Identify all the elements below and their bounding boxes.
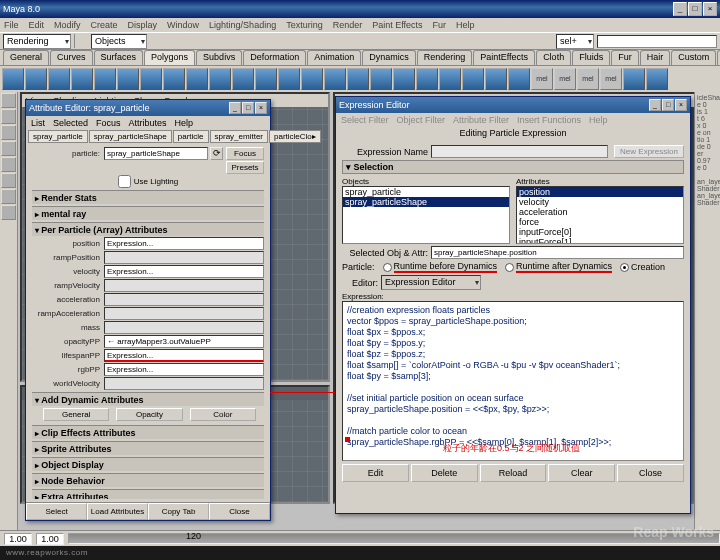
sel-obj-attr-field[interactable]: spray_particleShape.position (431, 246, 684, 259)
runtime-after-radio[interactable]: Runtime after Dynamics (505, 261, 612, 273)
list-item[interactable]: inputForce[0] (517, 227, 683, 237)
attr-row-field[interactable] (104, 251, 264, 264)
menu-item[interactable]: Select Filter (341, 115, 389, 125)
list-item[interactable]: position (517, 187, 683, 197)
shelf-tab[interactable]: Fur (611, 50, 639, 65)
command-input[interactable] (597, 35, 717, 48)
general-button[interactable]: General (43, 408, 109, 421)
menu-item[interactable]: Lighting/Shading (209, 20, 276, 30)
tool-icon[interactable] (1, 173, 16, 188)
menu-item[interactable]: Display (128, 20, 158, 30)
objects-listbox[interactable]: spray_particle spray_particleShape (342, 186, 510, 244)
clear-button[interactable]: Clear (548, 464, 615, 482)
menu-item[interactable]: Object Filter (397, 115, 446, 125)
timeline-slider[interactable]: 120 (68, 533, 720, 544)
shelf-icon[interactable] (347, 68, 369, 90)
close-button[interactable]: Close (617, 464, 684, 482)
shelf-icon[interactable] (462, 68, 484, 90)
shelf-icon[interactable] (370, 68, 392, 90)
attr-row-field[interactable] (104, 377, 264, 390)
select-button[interactable]: Select (26, 503, 87, 520)
shelf-mel-icon[interactable]: mel (600, 68, 622, 90)
menu-item[interactable]: Create (91, 20, 118, 30)
menu-item[interactable]: Render (333, 20, 363, 30)
select-tool-icon[interactable] (1, 93, 16, 108)
copy-tab-button[interactable]: Copy Tab (148, 503, 209, 520)
maximize-icon[interactable]: □ (242, 102, 254, 114)
shelf-icon[interactable] (301, 68, 323, 90)
list-item[interactable]: acceleration (517, 207, 683, 217)
attr-tab[interactable]: particle (173, 130, 209, 143)
menu-item[interactable]: Texturing (286, 20, 323, 30)
section-extra[interactable]: Extra Attributes (32, 489, 264, 499)
close-icon[interactable]: × (675, 99, 687, 111)
shelf-tab[interactable]: Cloth (536, 50, 571, 65)
shelf-tab[interactable]: Rendering (417, 50, 473, 65)
shelf-icon[interactable] (209, 68, 231, 90)
attr-row-field[interactable]: Expression... (104, 237, 264, 250)
rotate-tool-icon[interactable] (1, 141, 16, 156)
shelf-icon[interactable] (255, 68, 277, 90)
lasso-tool-icon[interactable] (1, 109, 16, 124)
maximize-button[interactable]: □ (688, 2, 702, 16)
mode-dropdown[interactable]: Rendering (3, 34, 71, 49)
shelf-icon[interactable] (646, 68, 668, 90)
attr-tab[interactable]: spray_emitter (210, 130, 268, 143)
focus-button[interactable]: Focus (226, 147, 264, 160)
menu-item[interactable]: Edit (29, 20, 45, 30)
shelf-icon[interactable] (324, 68, 346, 90)
section-per-particle[interactable]: Per Particle (Array) Attributes (32, 222, 264, 236)
menu-item[interactable]: Attribute Filter (453, 115, 509, 125)
shelf-icon[interactable] (117, 68, 139, 90)
shelf-icon[interactable] (508, 68, 530, 90)
section-node-behavior[interactable]: Node Behavior (32, 473, 264, 487)
attr-tab[interactable]: spray_particle (28, 130, 88, 143)
menu-item[interactable]: Help (175, 118, 194, 128)
delete-button[interactable]: Delete (411, 464, 478, 482)
tool-icon[interactable] (1, 205, 16, 220)
selection-section[interactable]: Selection (342, 160, 684, 174)
shelf-tab[interactable]: General (3, 50, 49, 65)
shelf-tab[interactable]: Hair (640, 50, 671, 65)
shelf-tab[interactable]: Polygons (144, 50, 195, 65)
shelf-icon[interactable] (140, 68, 162, 90)
shelf-icon[interactable] (232, 68, 254, 90)
section-render-stats[interactable]: Render Stats (32, 190, 264, 204)
menu-item[interactable]: Modify (54, 20, 81, 30)
list-item[interactable]: spray_particle (343, 187, 509, 197)
shelf-icon[interactable] (94, 68, 116, 90)
expr-name-field[interactable] (431, 145, 608, 158)
shelf-tab[interactable]: PaintEffects (473, 50, 535, 65)
menu-item[interactable]: List (31, 118, 45, 128)
range-field[interactable]: 1.00 (36, 533, 64, 545)
attr-row-field[interactable] (104, 307, 264, 320)
list-item[interactable]: inputForce[1] (517, 237, 683, 244)
menu-item[interactable]: Paint Effects (372, 20, 422, 30)
shelf-tab[interactable]: Dynamics (362, 50, 416, 65)
new-expression-button[interactable]: New Expression (614, 145, 684, 158)
range-start-field[interactable]: 1.00 (4, 533, 32, 545)
shelf-icon[interactable] (485, 68, 507, 90)
scale-tool-icon[interactable] (1, 157, 16, 172)
shelf-icon[interactable] (71, 68, 93, 90)
minimize-button[interactable]: _ (673, 2, 687, 16)
shelf-mel-icon[interactable]: mel (554, 68, 576, 90)
shelf-mel-icon[interactable]: mel (531, 68, 553, 90)
panel-titlebar[interactable]: Expression Editor _ □ × (336, 97, 690, 113)
edit-button[interactable]: Edit (342, 464, 409, 482)
minimize-icon[interactable]: _ (229, 102, 241, 114)
menu-item[interactable]: Help (456, 20, 475, 30)
menu-item[interactable]: Help (589, 115, 608, 125)
list-item[interactable]: spray_particleShape (343, 197, 509, 207)
shelf-icon[interactable] (48, 68, 70, 90)
use-lighting-checkbox[interactable] (118, 175, 131, 188)
shelf-tab[interactable]: Curves (50, 50, 93, 65)
shelf-icon[interactable] (439, 68, 461, 90)
attr-tab[interactable]: spray_particleShape (89, 130, 172, 143)
menu-item[interactable]: Selected (53, 118, 88, 128)
attr-row-field[interactable] (104, 321, 264, 334)
particle-name-field[interactable]: spray_particleShape (104, 147, 208, 160)
close-button[interactable]: Close (209, 503, 270, 520)
section-mental-ray[interactable]: mental ray (32, 206, 264, 220)
shelf-icon[interactable] (25, 68, 47, 90)
